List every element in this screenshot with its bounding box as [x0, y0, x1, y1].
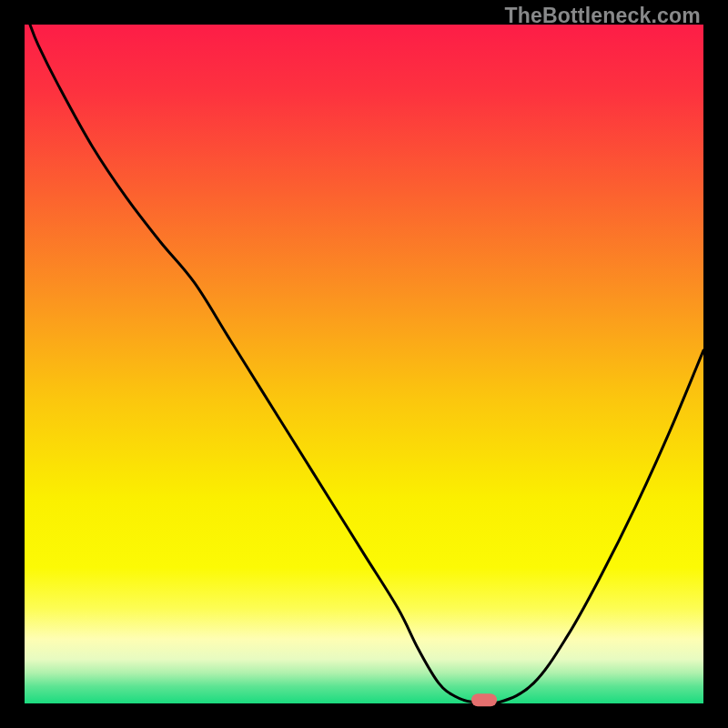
optimum-marker — [471, 693, 497, 706]
watermark-text: TheBottleneck.com — [504, 4, 701, 28]
bottleneck-curve — [30, 25, 703, 703]
curve-layer — [25, 25, 703, 703]
plot-frame — [25, 25, 703, 703]
